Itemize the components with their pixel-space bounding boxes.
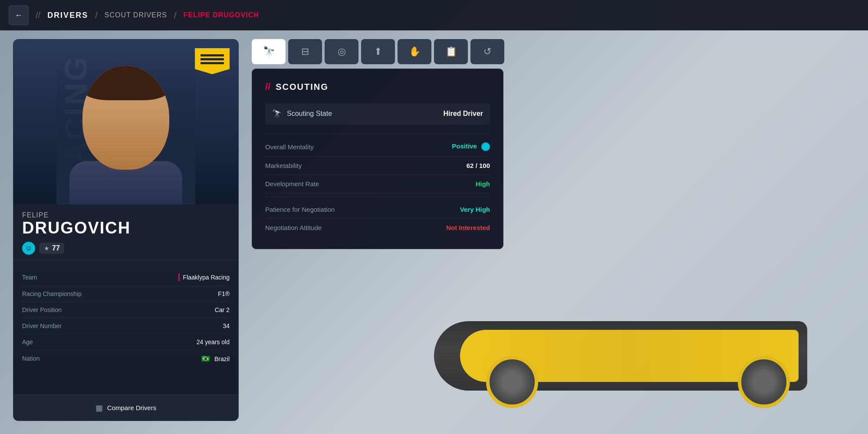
nation-value: 🇧🇷 Brazil [201, 355, 230, 363]
marketability-value: 62 / 100 [467, 162, 490, 169]
nation-stat-row: Nation 🇧🇷 Brazil [22, 350, 230, 367]
scouting-state-value: Hired Driver [443, 110, 483, 118]
tab-bar: 🔭 ⊟ ◎ ⬆ ✋ 📋 ↺ [252, 39, 855, 64]
tab-speed[interactable]: ◎ [325, 39, 358, 64]
nation-label: Nation [22, 355, 39, 362]
position-value: Car 2 [215, 306, 230, 313]
development-value: High [476, 180, 490, 187]
age-label: Age [22, 339, 33, 345]
speed-tab-icon: ◎ [338, 46, 346, 57]
mentality-label: Overall Mentality [265, 143, 314, 151]
nav-separator-1: // [36, 10, 40, 20]
number-value: 34 [223, 322, 230, 329]
scouting-panel: // SCOUTING 🔭 Scouting State Hired Drive… [252, 69, 503, 249]
patience-row: Patience for Negotiation Very High [265, 201, 490, 219]
divider-1 [265, 133, 490, 134]
binoculars-icon: 🔭 [272, 109, 282, 118]
development-row: Development Rate High [265, 175, 490, 193]
scouting-tab-icon: 🔭 [263, 46, 275, 57]
tab-development[interactable]: ⬆ [361, 39, 395, 64]
scouting-state-left: 🔭 Scouting State [272, 109, 332, 118]
age-stat-row: Age 24 years old [22, 334, 230, 350]
driver-last-name: DRUGOVICH [22, 219, 230, 237]
right-panel: 🔭 ⊟ ◎ ⬆ ✋ 📋 ↺ // SCOUTING 🔭 Sc [252, 39, 855, 249]
marketability-row: Marketability 62 / 100 [265, 157, 490, 175]
compare-label: Compare Drivers [107, 404, 156, 411]
driver-name-area: FELIPE DRUGOVICH ☺ ★ 77 [13, 204, 238, 260]
development-tab-icon: ⬆ [374, 46, 382, 57]
top-navigation: ← // DRIVERS / SCOUT DRIVERS / FELIPE DR… [0, 0, 868, 30]
background-car [434, 243, 825, 408]
number-label: Driver Number [22, 322, 62, 329]
tab-scouting[interactable]: 🔭 [252, 39, 286, 64]
double-slash-icon: // [265, 81, 270, 92]
scouting-state-row: 🔭 Scouting State Hired Driver [265, 103, 490, 125]
tab-history[interactable]: ↺ [470, 39, 504, 64]
nation-name: Brazil [214, 355, 230, 362]
driver-card: RACING FELIPE DRUGOVICH ☺ ★ 77 [13, 39, 239, 421]
tab-contract[interactable]: ✋ [398, 39, 431, 64]
team-value: Flaaklypa Racing [183, 274, 230, 281]
stats-tab-icon: ⊟ [301, 46, 309, 57]
scouting-state-label: Scouting State [287, 110, 332, 118]
negotiation-value: Not Interested [446, 224, 490, 231]
rating-star-icon: ★ [44, 245, 49, 252]
number-stat-row: Driver Number 34 [22, 318, 230, 334]
driver-photo-area: RACING [13, 39, 238, 204]
brazil-flag-icon: 🇧🇷 [201, 355, 210, 362]
rating-value: 77 [52, 244, 60, 252]
team-divider [178, 273, 180, 281]
driver-first-name: FELIPE [22, 211, 230, 219]
mentality-badge: ☺ [22, 242, 35, 255]
compare-drivers-button[interactable]: ▦ Compare Drivers [13, 395, 238, 421]
compare-icon: ▦ [95, 403, 103, 413]
position-stat-row: Driver Position Car 2 [22, 302, 230, 318]
patience-value: Very High [460, 206, 490, 213]
position-label: Driver Position [22, 306, 62, 313]
nav-active-driver: FELIPE DRUGOVICH [184, 11, 259, 19]
mentality-text: Positive [452, 142, 477, 150]
back-arrow-icon: ← [15, 11, 23, 20]
nav-sep-2: / [95, 10, 98, 20]
age-value: 24 years old [197, 339, 230, 345]
tab-stats[interactable]: ⊟ [288, 39, 322, 64]
back-button[interactable]: ← [9, 5, 29, 25]
championship-label: Racing Championship [22, 290, 82, 297]
development-label: Development Rate [265, 180, 319, 187]
nav-scout-drivers: SCOUT DRIVERS [105, 11, 167, 19]
patience-label: Patience for Negotiation [265, 206, 335, 213]
team-value-container: Flaaklypa Racing [178, 273, 230, 281]
negotiation-row: Negotiation Attitude Not Interested [265, 219, 490, 237]
nav-drivers-title: DRIVERS [47, 11, 88, 20]
driver-badges-row: ☺ ★ 77 [22, 242, 230, 255]
mentality-value: Positive ☺ [452, 142, 490, 151]
team-label: Team [22, 274, 37, 281]
rating-badge: ★ 77 [39, 243, 64, 254]
history-tab-icon: ↺ [483, 46, 491, 57]
scouting-title: SCOUTING [276, 82, 329, 92]
divider-2 [265, 197, 490, 197]
contract-tab-icon: ✋ [409, 46, 421, 57]
driver-stats: Team Flaaklypa Racing Racing Championshi… [13, 260, 238, 376]
scouting-title-row: // SCOUTING [265, 81, 490, 92]
team-badge [195, 48, 230, 79]
nav-sep-3: / [174, 10, 177, 20]
championship-value: F1® [218, 290, 230, 297]
negotiation-label: Negotiation Attitude [265, 224, 322, 231]
mentality-row: Overall Mentality Positive ☺ [265, 137, 490, 157]
driver-portrait [56, 57, 195, 204]
championship-stat-row: Racing Championship F1® [22, 286, 230, 302]
tab-clipboard[interactable]: 📋 [434, 39, 468, 64]
clipboard-tab-icon: 📋 [445, 46, 457, 57]
mentality-smiley-icon: ☺ [481, 142, 490, 151]
team-stat-row: Team Flaaklypa Racing [22, 269, 230, 286]
marketability-label: Marketability [265, 162, 302, 169]
